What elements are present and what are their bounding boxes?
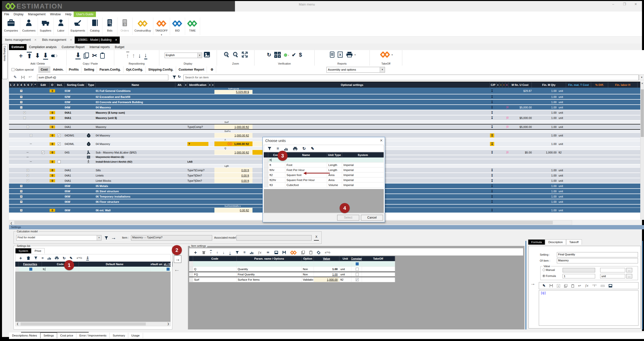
grid-cell-cp[interactable]: ↧ <box>490 88 496 94</box>
grid-cell-ucost[interactable] <box>508 189 532 194</box>
grid-header-type[interactable]: Type <box>87 82 96 88</box>
grid-cell-qty[interactable]: 1.00unit <box>532 105 566 110</box>
grid-cell-name[interactable]: Sills <box>96 168 175 173</box>
grid-cell-o[interactable]: 0 <box>50 133 55 138</box>
grid-cell-identification[interactable] <box>187 94 208 99</box>
grid-cell-o[interactable] <box>50 184 55 188</box>
tree-expand-icon[interactable]: + <box>20 96 23 98</box>
filter-funnel-icon[interactable] <box>235 250 239 255</box>
item-settings-header-constant[interactable]: Constan <box>351 256 362 261</box>
settings-list-tab-prive[interactable]: Prive <box>31 248 44 253</box>
settings-list-header-favourites[interactable]: Favourites <box>19 262 42 267</box>
cp-arrow-icon[interactable]: ↧ <box>490 189 494 193</box>
grid-cell-cp[interactable]: ↧ <box>490 208 496 213</box>
ident-flag[interactable]: ? <box>187 142 208 146</box>
grid-cell-incl[interactable] <box>55 105 65 110</box>
cp-arrow-icon[interactable]: ↧ <box>490 116 494 120</box>
grid-cell-identification[interactable]: Type?|Dim? <box>187 173 208 178</box>
fx-icon[interactable]: ƒx <box>585 284 588 287</box>
copy-icon[interactable] <box>564 283 567 288</box>
grid-cell-ucost[interactable]: $29.87 <box>508 88 532 94</box>
menu-users-guide[interactable]: User's Guide <box>74 12 96 17</box>
grid-header-level-2[interactable]: 2 <box>13 82 16 88</box>
item-settings-filter-row[interactable] <box>189 261 395 267</box>
grid-cell-identification[interactable] <box>187 105 208 110</box>
grid-header-name[interactable]: Name <box>96 82 175 88</box>
grid-cell-opt[interactable]: 0.00 ft <box>214 178 252 183</box>
grid-row-03w[interactable]: +03W03 Concrete and Formwork Building↧1.… <box>9 100 644 105</box>
tree-expand-icon[interactable]: + <box>20 201 23 203</box>
ribbon-tab-internal-reports[interactable]: Internal reports <box>87 44 112 50</box>
grid-cell-edit[interactable] <box>37 88 50 94</box>
refresh-icon[interactable]: ↻ <box>63 256 66 260</box>
grid-cell-qty[interactable]: 1.00unit <box>532 110 566 115</box>
grid-cell-o[interactable]: 0 <box>50 141 55 146</box>
scroll-left-icon[interactable]: ❮ <box>9 221 13 225</box>
tree-collapse-icon[interactable]: − <box>27 126 29 128</box>
grid-cell-o[interactable]: 0 <box>50 168 55 173</box>
grid-cell-qty[interactable]: 1.00unit <box>532 124 566 129</box>
tree-expand-icon[interactable]: + <box>23 111 26 114</box>
filter-cell[interactable] <box>339 261 351 266</box>
grid-cell-cp[interactable]: ↧ <box>490 141 496 146</box>
cp-arrow-icon[interactable]: ↧ <box>490 89 494 93</box>
toolbar-button-catalog[interactable]: Catalog <box>87 18 102 35</box>
grid-cell-cp[interactable]: ↧ <box>490 94 496 99</box>
option-special-checkbox[interactable]: Option special <box>9 66 37 71</box>
item-settings-header-value[interactable]: Value <box>314 256 339 261</box>
grid-cell-edit[interactable] <box>37 168 50 173</box>
grid-cell-alt[interactable] <box>175 168 184 173</box>
filter-cell[interactable] <box>193 261 237 266</box>
refresh-icon[interactable]: ↻ <box>178 75 181 79</box>
grid-cell-name[interactable]: Lintel Blocks <box>96 178 175 183</box>
grid-header-identification[interactable]: Identification <box>187 82 208 88</box>
search-input[interactable]: Search for an item▼ <box>183 75 639 80</box>
grid-cell-cp[interactable]: ↧ <box>490 100 496 104</box>
excel-icon[interactable]: X <box>557 283 560 288</box>
dialog-unit-row-ft-hr[interactable]: ft/hrFeet Per HourLengthImperial <box>264 167 384 173</box>
grid-cell-ucost[interactable] <box>508 194 532 199</box>
rename-icon[interactable]: a↷b <box>77 256 82 260</box>
grid-header-level-*[interactable]: * <box>34 82 37 88</box>
filter-constant[interactable] <box>351 261 362 266</box>
item-settings-header-takeoff[interactable]: TakeOff <box>362 256 395 261</box>
item-settings-header-option[interactable]: Option <box>302 256 314 261</box>
grid-cell-alt[interactable] <box>175 88 184 94</box>
grid-cell-sorting-code[interactable]: 06W <box>65 194 87 199</box>
paste-icon[interactable] <box>100 53 105 59</box>
dialog-header-unit-type[interactable]: Unit Type <box>327 152 342 157</box>
item-settings-header-code[interactable]: Code <box>193 256 237 261</box>
save-formula-icon[interactable] <box>21 75 25 80</box>
formula-panel-tab-takeoff[interactable]: Takeoff <box>566 239 582 245</box>
grid-cell-identification[interactable] <box>187 194 208 199</box>
panel-icon[interactable] <box>609 283 612 288</box>
grid-header-plus[interactable]: + <box>496 82 499 88</box>
clear-associated-model-button[interactable]: X <box>314 235 319 241</box>
dialog-unit-row-ft2-hr[interactable]: ft2/hrSquare Feet Per HourAreaImperial <box>264 178 384 183</box>
grid-cell-alt[interactable] <box>175 199 184 204</box>
grid-cell-edit[interactable] <box>37 110 50 115</box>
grid-cell-alt[interactable] <box>175 141 184 146</box>
undo-formula-icon[interactable]: ↩ <box>29 75 32 79</box>
grid-header-plus[interactable]: + <box>184 82 187 88</box>
view-tab-selling[interactable]: Selling <box>81 66 97 73</box>
cell-constant[interactable] <box>351 272 362 277</box>
grid-cell-alt[interactable] <box>175 115 184 120</box>
settings-list-header-st-d[interactable]: st. / D <box>163 262 173 267</box>
grid-cell-cp[interactable]: ↧ <box>490 115 496 120</box>
dialog-header-system[interactable]: System <box>342 152 384 157</box>
grid-cell-ucost[interactable]: $5,000.00 <box>508 105 532 110</box>
menu-file[interactable]: File <box>2 12 11 17</box>
grid-cell-identification[interactable] <box>187 100 208 104</box>
grid-cell-qty[interactable]: 1.00unit <box>532 88 566 94</box>
grid-cell-qty[interactable]: 1.00unit <box>532 208 566 213</box>
filter-favourites[interactable] <box>19 267 42 271</box>
recalculate-icon[interactable]: ↻ <box>267 52 271 58</box>
cell-constant[interactable] <box>351 277 362 282</box>
cp-arrow-icon[interactable]: ↧ <box>490 184 494 188</box>
grid-cell-identification[interactable] <box>187 189 208 194</box>
constant-filter-checkbox[interactable] <box>356 262 359 265</box>
item-settings-header-unit[interactable]: Unit <box>339 256 351 261</box>
grid-cell-incl[interactable] <box>55 88 65 94</box>
ribbon-tab-budget[interactable]: Budget <box>112 44 127 50</box>
